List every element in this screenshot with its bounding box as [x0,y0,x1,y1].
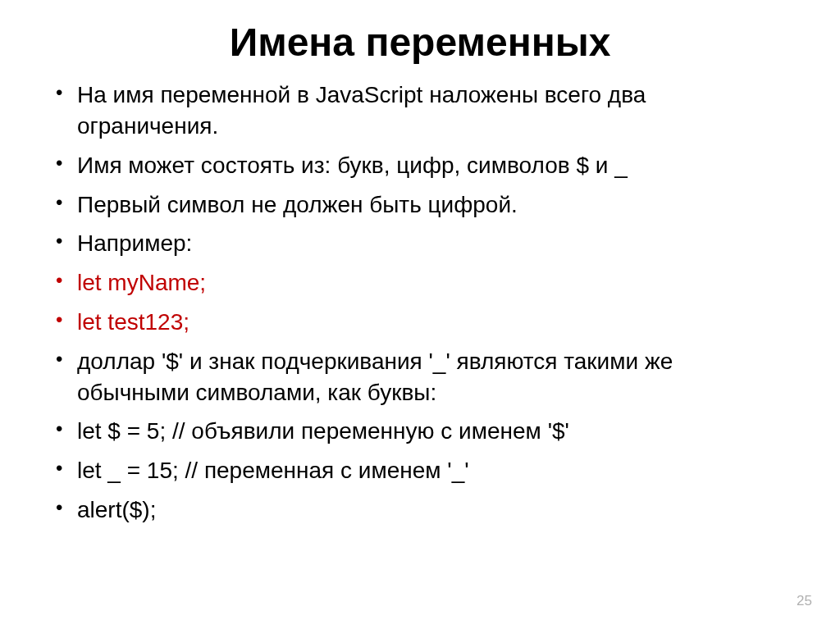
bullet-item: На имя переменной в JavaScript наложены … [77,80,791,142]
bullet-item: let _ = 15; // переменная с именем '_' [77,455,791,486]
bullet-item: Первый символ не должен быть цифрой. [77,189,791,221]
bullet-item: let test123; [77,307,791,338]
bullet-item: alert($); [77,495,791,526]
bullet-item: доллар '$' и знак подчеркивания '_' явля… [77,346,791,408]
slide-title: Имена переменных [49,20,791,65]
bullet-item: Имя может состоять из: букв, цифр, симво… [77,150,791,181]
slide: Имена переменных На имя переменной в Jav… [0,0,840,629]
bullet-item: let $ = 5; // объявили переменную с имен… [77,416,791,447]
bullet-item: Например: [77,228,791,259]
page-number: 25 [797,593,812,609]
bullet-list: На имя переменной в JavaScript наложены … [49,80,791,526]
bullet-item: let myName; [77,267,791,299]
